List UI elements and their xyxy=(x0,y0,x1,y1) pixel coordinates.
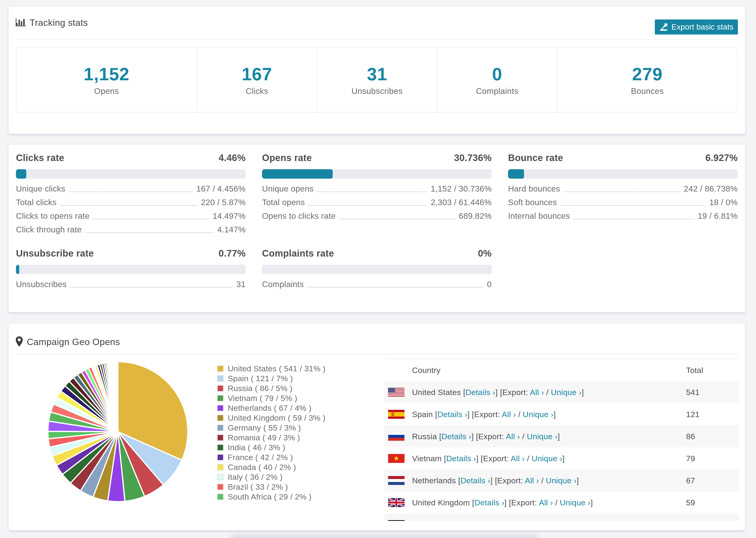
export-unique-link[interactable]: Unique › xyxy=(527,432,558,441)
geo-table-country-header: Country xyxy=(412,359,686,381)
export-unique-link[interactable]: Unique › xyxy=(535,520,566,521)
stat-label: Clicks xyxy=(245,86,268,96)
export-unique-link[interactable]: Unique › xyxy=(551,388,581,397)
legend-item-italy[interactable]: Italy ( 36 / 2% ) xyxy=(217,472,325,482)
stat-label: Opens xyxy=(94,86,119,96)
dotted-leader xyxy=(560,205,706,206)
legend-swatch xyxy=(217,494,224,500)
legend-item-brazil[interactable]: Brazil ( 33 / 2% ) xyxy=(217,482,325,492)
tracking-stats-card: Tracking stats Export basic stats 1,152O… xyxy=(8,6,746,134)
clicks-rate-progress-fill xyxy=(16,169,26,179)
export-unique-link[interactable]: Unique › xyxy=(531,454,562,463)
details-link[interactable]: Details › xyxy=(460,476,490,485)
geo-table-flag-header xyxy=(384,359,412,381)
export-basic-stats-label: Export basic stats xyxy=(672,23,733,31)
bounce-rate-progress xyxy=(508,169,738,179)
legend-item-russia[interactable]: Russia ( 86 / 5% ) xyxy=(217,383,325,393)
metric-row-label: Total clicks xyxy=(16,195,57,209)
unsubscribe-rate-progress xyxy=(16,265,245,274)
export-unique-link[interactable]: Unique › xyxy=(523,410,554,419)
geo-table-flag-cell xyxy=(384,492,412,513)
flag-gb-icon xyxy=(388,498,405,507)
metric-row-label: Click through rate xyxy=(16,223,82,237)
legend-item-netherlands[interactable]: Netherlands ( 67 / 4% ) xyxy=(217,403,325,413)
export-all-link[interactable]: All › xyxy=(502,410,516,419)
stat-value: 0 xyxy=(492,64,502,84)
legend-item-vietnam[interactable]: Vietnam ( 79 / 5% ) xyxy=(217,393,325,403)
legend-swatch xyxy=(217,454,224,460)
legend-label: Italy ( 36 / 2% ) xyxy=(228,472,283,482)
legend-label: Netherlands ( 67 / 4% ) xyxy=(228,404,311,413)
geo-table-country-cell: United Kingdom [Details ›] [Export: All … xyxy=(412,492,686,513)
legend-item-romania[interactable]: Romania ( 49 / 3% ) xyxy=(217,433,325,443)
metric-row-value: 4.147% xyxy=(217,223,245,237)
metric-row-value: 689.82% xyxy=(459,209,492,223)
bounce-rate-title: Bounce rate xyxy=(508,152,563,163)
export-all-link[interactable]: All › xyxy=(530,388,544,397)
legend-swatch xyxy=(217,415,224,421)
details-link[interactable]: Details › xyxy=(437,410,467,419)
clicks-rate-row: Total clicks220 / 5.87% xyxy=(16,195,245,209)
pie-slice-other-53[interactable] xyxy=(118,362,118,432)
details-link[interactable]: Details › xyxy=(474,498,504,507)
export-unique-link[interactable]: Unique › xyxy=(546,476,577,485)
flag-de-icon xyxy=(388,520,405,521)
dotted-leader xyxy=(69,191,193,192)
geo-table-flag-cell xyxy=(384,403,412,425)
legend-item-india[interactable]: India ( 46 / 3% ) xyxy=(217,443,325,452)
dotted-leader xyxy=(339,219,455,219)
metric-row-label: Opens to clicks rate xyxy=(262,209,336,223)
geo-table-flag-cell xyxy=(384,425,412,447)
complaints-rate-row: Complaints0 xyxy=(262,278,492,291)
legend-item-south-africa[interactable]: South Africa ( 29 / 2% ) xyxy=(217,492,325,502)
stat-value: 167 xyxy=(242,64,272,84)
stat-label: Complaints xyxy=(476,86,518,96)
dotted-leader xyxy=(93,219,209,219)
opens-rate-row: Unique opens1,152 / 30.736% xyxy=(262,182,492,195)
legend-label: Russia ( 86 / 5% ) xyxy=(228,384,293,393)
country-name: Netherlands xyxy=(412,476,456,485)
geo-table-country-cell: Spain [Details ›] [Export: All › / Uniqu… xyxy=(412,403,686,425)
stat-value: 279 xyxy=(632,64,663,84)
country-name: United States xyxy=(412,388,461,397)
export-basic-stats-button[interactable]: Export basic stats xyxy=(655,20,738,34)
rates-card: Clicks rate4.46%Unique clicks167 / 4.456… xyxy=(8,144,746,313)
details-link[interactable]: Details › xyxy=(465,388,495,397)
legend-item-united-states[interactable]: United States ( 541 / 31% ) xyxy=(217,364,325,373)
clicks-rate-row: Clicks to opens rate14.497% xyxy=(16,209,245,223)
clicks-rate-progress xyxy=(16,169,245,179)
complaints-rate-title: Complaints rate xyxy=(262,248,334,259)
legend-item-united-kingdom[interactable]: United Kingdom ( 59 / 3% ) xyxy=(217,413,325,423)
geo-table-flag-cell xyxy=(384,381,412,403)
export-all-link[interactable]: All › xyxy=(525,476,539,485)
legend-swatch xyxy=(217,405,224,411)
country-name: Russia xyxy=(412,432,437,441)
legend-item-germany[interactable]: Germany ( 55 / 3% ) xyxy=(217,423,325,433)
bounce-rate-row: Internal bounces19 / 6.81% xyxy=(508,209,738,223)
export-all-link[interactable]: All › xyxy=(539,498,553,507)
export-all-link[interactable]: All › xyxy=(514,520,528,521)
flag-nl-icon xyxy=(388,476,405,485)
metric-row-value: 242 / 86.738% xyxy=(684,182,738,195)
geo-opens-pie-chart[interactable] xyxy=(47,361,188,502)
metric-row-value: 19 / 6.81% xyxy=(698,209,738,223)
legend-label: Brazil ( 33 / 2% ) xyxy=(228,482,288,492)
bar-chart-icon xyxy=(16,18,26,27)
export-unique-link[interactable]: Unique › xyxy=(560,498,590,507)
legend-item-canada[interactable]: Canada ( 40 / 2% ) xyxy=(217,462,325,472)
geo-table-total-cell: 79 xyxy=(686,447,739,469)
metric-row-label: Unsubscribes xyxy=(16,278,67,291)
legend-label: Romania ( 49 / 3% ) xyxy=(228,433,300,442)
country-name: Spain xyxy=(412,410,433,419)
export-all-link[interactable]: All › xyxy=(506,432,520,441)
legend-item-spain[interactable]: Spain ( 121 / 7% ) xyxy=(217,373,325,383)
details-link[interactable]: Details › xyxy=(446,454,476,463)
legend-item-france[interactable]: France ( 42 / 2% ) xyxy=(217,452,325,462)
bottom-shadow xyxy=(231,537,538,538)
opens-rate-group: Opens rate30.736%Unique opens1,152 / 30.… xyxy=(262,152,492,237)
export-all-link[interactable]: All › xyxy=(511,454,525,463)
details-link[interactable]: Details › xyxy=(441,432,471,441)
details-link[interactable]: Details › xyxy=(450,520,480,521)
metric-row-label: Internal bounces xyxy=(508,209,570,223)
clicks-rate-title: Clicks rate xyxy=(16,152,64,163)
